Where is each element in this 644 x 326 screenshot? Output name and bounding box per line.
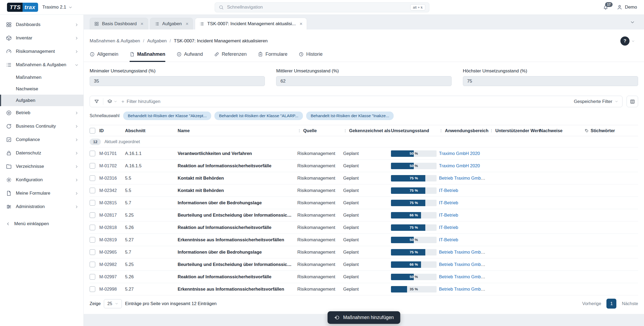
scope-link[interactable]: Traximo GmbH 2020 <box>439 151 480 156</box>
scope-link[interactable]: IT-Betrieb <box>439 225 458 230</box>
breadcrumb-item[interactable]: Aufgaben <box>147 38 167 44</box>
scope-link[interactable]: IT-Betrieb <box>439 213 458 217</box>
sidebar-item-compliance[interactable]: Compliance <box>0 133 83 146</box>
tab-formulare[interactable]: Formulare <box>258 51 287 62</box>
tab-overflow-icon[interactable] <box>630 20 635 25</box>
scope-link[interactable]: IT-Betrieb <box>439 237 458 242</box>
current-page-button[interactable]: 1 <box>606 299 616 309</box>
table-row[interactable]: M-028185.26Reaktion auf Informationssich… <box>90 221 638 234</box>
column-header-umsetzungsstand[interactable]: Umsetzungsstand <box>391 128 439 133</box>
table-row[interactable]: M-029975.26Reaktion auf Informationssich… <box>90 271 638 283</box>
scope-link[interactable]: Betrieb Traximo GmbH 20... <box>439 287 489 291</box>
sidebar-item-konfiguration[interactable]: Konfiguration <box>0 173 83 187</box>
row-checkbox[interactable] <box>90 237 95 243</box>
scope-link[interactable]: Betrieb Traximo GmbH 20... <box>439 250 489 254</box>
row-checkbox[interactable] <box>90 175 95 181</box>
quick-nav-search[interactable]: Schnellnavigation alt + k <box>215 2 429 12</box>
tab-massnahmen[interactable]: Maßnahmen <box>130 51 165 62</box>
table-row[interactable]: M-01701A.16.1.1Verantwortlichkeiten und … <box>90 147 638 160</box>
table-row[interactable]: M-029825.25Beurteilung und Entscheidung … <box>90 258 638 271</box>
tab-aufwand[interactable]: Aufwand <box>177 51 203 62</box>
saved-filters-button[interactable]: Gespeicherte Filter <box>574 99 618 104</box>
quick-filter-chip[interactable]: Behandelt Ist-Risiken der Klasse "Inakze… <box>306 112 394 120</box>
sidebar-item-verzeichnisse[interactable]: Verzeichnisse <box>0 160 83 173</box>
scope-link[interactable]: IT-Betrieb <box>439 200 458 205</box>
tab-historie[interactable]: Historie <box>299 51 323 62</box>
user-menu[interactable]: Demo <box>617 4 637 10</box>
app-version-switcher[interactable]: Traximo 2.1 <box>42 5 72 10</box>
row-checkbox[interactable] <box>90 188 95 193</box>
table-row[interactable]: M-023425.5Kontakt mit BehördenRisikomana… <box>90 184 638 197</box>
tab-allgemein[interactable]: Allgemein <box>90 51 118 62</box>
document-tab-aufgaben[interactable]: Aufgaben× <box>150 18 193 29</box>
column-header-anwendungsbereich[interactable]: Anwendungsbereich <box>439 128 489 133</box>
quick-filter-chip[interactable]: Behandelt Ist-Risiken der Klasse "ALARP.… <box>214 112 303 120</box>
close-tab-icon[interactable]: × <box>185 21 188 27</box>
column-header-quelle[interactable]: Quelle <box>297 128 343 133</box>
row-checkbox[interactable] <box>90 262 95 267</box>
prev-page-button[interactable]: Vorherige <box>582 301 601 306</box>
scope-link[interactable]: IT-Betrieb <box>439 188 458 193</box>
scope-link[interactable]: Betrieb Traximo GmbH 20... <box>439 262 489 267</box>
sidebar-item-betrieb[interactable]: Betrieb <box>0 106 83 120</box>
document-tab-tsk-0007-incident-management-aktualisi[interactable]: TSK-0007: Incident Management aktualisi.… <box>195 18 307 29</box>
sidebar-subitem-massnahmen[interactable]: Maßnahmen <box>0 72 83 83</box>
sidebar-item-massnahmen-aufgaben[interactable]: Maßnahmen & Aufgaben <box>0 58 83 72</box>
sidebar-item-dashboards[interactable]: Dashboards <box>0 18 83 31</box>
filter-icon[interactable] <box>94 99 99 104</box>
sidebar-item-meine-formulare[interactable]: Meine Formulare <box>0 187 83 200</box>
sidebar-item-inventar[interactable]: Inventar <box>0 31 83 45</box>
row-checkbox[interactable] <box>90 225 95 230</box>
sidebar-subitem-aufgaben[interactable]: Aufgaben <box>0 95 83 106</box>
tab-referenzen[interactable]: Referenzen <box>214 51 247 62</box>
select-all-checkbox[interactable] <box>90 128 95 134</box>
app-logo[interactable]: TTStrax <box>7 3 38 12</box>
row-checkbox[interactable] <box>90 212 95 218</box>
history-icon <box>299 52 304 57</box>
collapse-menu-button[interactable]: Menü einklappen <box>0 217 83 231</box>
notifications-button[interactable]: 17 <box>603 4 609 10</box>
sidebar-item-administration[interactable]: Administration <box>0 200 83 213</box>
quick-filter-chip[interactable]: Behandelt Ist-Risiken der Klasse "Akzept… <box>123 112 211 120</box>
close-tab-icon[interactable]: × <box>299 21 302 27</box>
column-header-stichwoerter[interactable]: Stichwörter <box>585 128 638 133</box>
scope-link[interactable]: Traximo GmbH 2020 <box>439 163 480 168</box>
column-header-gekennzeichnet-als[interactable]: Gekennzeichnet als <box>343 128 391 133</box>
breadcrumb-item[interactable]: Maßnahmen & Aufgaben <box>90 38 140 44</box>
row-checkbox[interactable] <box>90 151 95 156</box>
document-tab-basis-dashboard[interactable]: Basis Dashboard× <box>90 18 148 29</box>
column-header-abschnitt[interactable]: Abschnitt <box>125 128 178 133</box>
column-header-nachweise[interactable]: Nachweise <box>540 128 585 133</box>
row-checkbox[interactable] <box>90 249 95 255</box>
row-checkbox[interactable] <box>90 286 95 292</box>
column-header-unterstuetzender-wert[interactable]: Unterstützender Wert <box>489 128 540 133</box>
column-settings-button[interactable] <box>627 96 638 107</box>
row-checkbox[interactable] <box>90 163 95 169</box>
page-size-select[interactable]: 25 <box>104 299 122 308</box>
add-measures-button[interactable]: Maßnahmen hinzufügen <box>328 311 400 324</box>
scope-link[interactable]: Betrieb Traximo GmbH 20... <box>439 176 489 180</box>
sidebar-subitem-nachweise[interactable]: Nachweise <box>0 83 83 95</box>
sidebar-item-datenschutz[interactable]: Datenschutz <box>0 146 83 160</box>
help-button[interactable]: ? <box>620 36 630 46</box>
table-row[interactable]: M-028175.25Beurteilung und Entscheidung … <box>90 209 638 221</box>
table-row[interactable]: M-028195.27Erkenntnisse aus Informations… <box>90 234 638 246</box>
add-filter-button[interactable]: Filter hinzufügen <box>121 99 160 104</box>
row-checkbox[interactable] <box>90 274 95 280</box>
table-row[interactable]: M-01702A.16.1.5Reaktion auf Informations… <box>90 160 638 172</box>
cell-source: Risikomanagement <box>297 176 343 181</box>
scope-link[interactable]: Betrieb Traximo GmbH 20... <box>439 274 489 279</box>
chevron-down-icon[interactable] <box>631 39 635 43</box>
table-row[interactable]: M-029655.7Informationen über die Bedrohu… <box>90 246 638 258</box>
column-header-name[interactable]: Name <box>178 128 297 133</box>
table-row[interactable]: M-028155.7Informationen über die Bedrohu… <box>90 197 638 209</box>
filter-layers-button[interactable] <box>107 99 117 104</box>
sidebar-item-business-continuity[interactable]: Business Continuity <box>0 120 83 133</box>
sidebar-item-risikomanagement[interactable]: Risikomanagement <box>0 45 83 58</box>
next-page-button[interactable]: Nächste <box>622 301 638 306</box>
column-header-id[interactable]: ID <box>99 128 125 133</box>
measures-table: IDAbschnittNameQuelleGekennzeichnet alsU… <box>84 121 644 294</box>
row-checkbox[interactable] <box>90 200 95 206</box>
close-tab-icon[interactable]: × <box>140 21 143 27</box>
table-row[interactable]: M-023165.5Kontakt mit BehördenRisikomana… <box>90 172 638 184</box>
